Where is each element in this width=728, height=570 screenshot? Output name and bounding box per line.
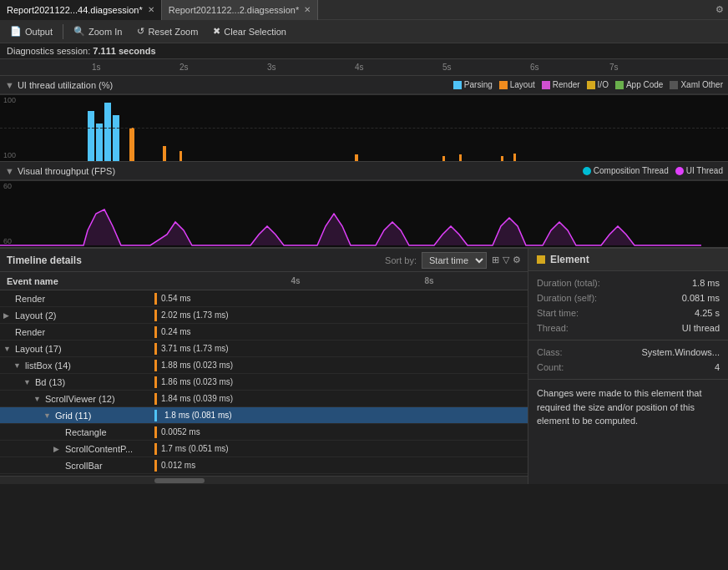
ui-thread-color [675,167,684,175]
table-row[interactable]: ▶ ScrollContentP... 1.7 ms (0.051 ms) [0,441,528,457]
fps-legend: Composition Thread UI Thread [583,166,723,175]
ui-thread-legend: Parsing Layout Render I/O App Code Xaml … [453,80,723,89]
row-bar-scrollbar2: 0.0056 ms [154,474,528,477]
filter-icon[interactable]: ▽ [503,255,509,265]
legend-parsing: Parsing [453,80,493,89]
fps-chart-body[interactable]: 60 60 [0,180,728,247]
bottom-panel: Timeline details Sort by: Start time Dur… [0,248,728,484]
duration-render2: 0.24 ms [161,327,191,336]
reset-zoom-button[interactable]: ↺ Reset Zoom [130,23,205,41]
row-name-scrollviewer: ▼ ScrollViewer (12) [0,394,154,404]
row-bar-layout2: 2.02 ms (1.73 ms) [154,307,528,324]
parsing-color [453,81,462,89]
layout-bar-4 [355,154,358,161]
timeline-details-header: Timeline details Sort by: Start time Dur… [0,249,528,272]
output-icon: 📄 [10,26,22,37]
tab-1-close[interactable]: ✕ [148,5,154,14]
expand-icon: ▶ [53,445,63,453]
duration-rectangle: 0.0052 ms [161,427,200,436]
timeline-details-title: Timeline details [7,255,82,266]
grid-line-top [0,94,728,95]
table-body[interactable]: Render 0.54 ms ▶ Layout (2) 2.02 [0,290,528,476]
expand-icon: ▶ [3,311,13,320]
sort-controls: Sort by: Start time Duration Name ⊞ ▽ ⚙ [385,252,521,269]
bar-listbox [154,360,157,371]
col-timeline-header: 4s 8s [154,272,528,290]
tab-2-close[interactable]: ✕ [304,5,311,14]
table-row[interactable]: Render 0.54 ms [0,290,528,307]
zoom-in-button[interactable]: 🔍 Zoom In [67,23,129,41]
row-name-layout2: ▶ Layout (2) [0,310,154,320]
table-row[interactable]: ▼ Layout (17) 3.71 ms (1.73 ms) [0,340,528,357]
element-header: Element [528,249,728,271]
duration-layout2: 2.02 ms (1.73 ms) [161,310,229,320]
fps-header: ▼ Visual throughput (FPS) Composition Th… [0,162,728,180]
ruler-tick-2s: 2s [179,63,189,72]
prop-duration-self: Duration (self): 0.081 ms [537,293,720,303]
bar-layout17 [154,343,157,355]
fps-title: ▼ Visual throughput (FPS) [5,166,115,176]
parse-bar-3 [104,103,111,161]
sort-icon-1[interactable]: ⊞ [492,255,499,265]
expand-icon: ▼ [3,345,13,353]
clear-selection-button[interactable]: ✖ Clear Selection [206,23,293,41]
duration-scrollcontent: 1.7 ms (0.051 ms) [161,444,229,453]
xamlother-color [670,81,678,89]
table-row[interactable]: ScrollBar 0.012 ms [0,457,528,474]
row-bar-listbox: 1.88 ms (0.023 ms) [154,357,528,374]
gear-icon[interactable]: ⚙ [513,255,521,265]
fps-svg [0,180,701,247]
prop-count: Count: 4 [537,362,720,372]
row-name-listbox: ▼ listBox (14) [0,361,154,371]
table-cols-header: Event name 4s 8s [0,272,528,290]
col-event-name-header: Event name [0,276,154,286]
tab-bar: Report2021122...44.diagsession* ✕ Report… [0,0,728,20]
ui-thread-chart-section: ▼ UI thread utilization (%) Parsing Layo… [0,76,728,162]
tab-1[interactable]: Report2021122...44.diagsession* ✕ [0,0,162,20]
bar-scrollbar1 [154,460,157,472]
bar-render1 [154,293,157,305]
prop-start-time: Start time: 4.25 s [537,308,720,318]
tab-2-label: Report2021122...2.diagsession* [169,5,300,15]
sort-select[interactable]: Start time Duration Name [422,252,487,269]
table-row-selected[interactable]: ▼ Grid (11) 1.8 ms (0.081 ms) [0,407,528,424]
horizontal-scrollbar[interactable] [0,476,528,484]
ruler-tick-3s: 3s [267,63,276,72]
layout-bar-3 [179,151,182,161]
layout-bar-8 [513,154,516,161]
legend-composition: Composition Thread [583,166,669,175]
ui-thread-title: ▼ UI thread utilization (%) [5,80,113,90]
element-class-section: Class: System.Windows... Count: 4 [528,340,728,380]
row-name-render2: Render [0,327,154,337]
prop-duration-total: Duration (total): 1.8 ms [537,278,720,288]
ruler-4s: 4s [291,276,301,285]
duration-total-value: 1.8 ms [692,278,720,288]
table-row[interactable]: Rectangle 0.0052 ms [0,424,528,441]
table-row[interactable]: ▼ Bd (13) 1.86 ms (0.023 ms) [0,374,528,391]
ui-thread-chart-body[interactable]: 100 100 [0,94,728,161]
start-time-label: Start time: [537,308,579,318]
output-button[interactable]: 📄 Output [3,23,59,41]
clear-selection-icon: ✖ [213,26,220,37]
ui-chart-y-top: 100 [3,96,16,104]
table-row[interactable]: ▶ Layout (2) 2.02 ms (1.73 ms) [0,307,528,324]
prop-thread: Thread: UI thread [537,323,720,333]
bar-layout2 [154,310,157,321]
table-row[interactable]: ▼ ScrollViewer (12) 1.84 ms (0.039 ms) [0,391,528,407]
count-label: Count: [537,362,564,372]
tab-2[interactable]: Report2021122...2.diagsession* ✕ [162,0,319,20]
row-bar-scrollcontent: 1.7 ms (0.051 ms) [154,441,528,457]
scroll-thumb[interactable] [154,478,205,483]
table-row[interactable]: Render 0.24 ms [0,324,528,340]
sort-icons: ⊞ ▽ ⚙ [492,255,521,265]
settings-button[interactable]: ⚙ [711,0,728,20]
expand-icon: ▼ [13,361,23,370]
legend-appcode: App Code [615,80,663,89]
row-name-render1: Render [0,294,154,304]
class-label: Class: [537,347,563,357]
table-row[interactable]: ▼ listBox (14) 1.88 ms (0.023 ms) [0,357,528,374]
element-title: Element [550,254,589,265]
row-name-scrollbar1: ScrollBar [0,461,154,471]
appcode-color [615,81,624,89]
session-info: Diagnostics session: 7.111 seconds [0,43,728,59]
